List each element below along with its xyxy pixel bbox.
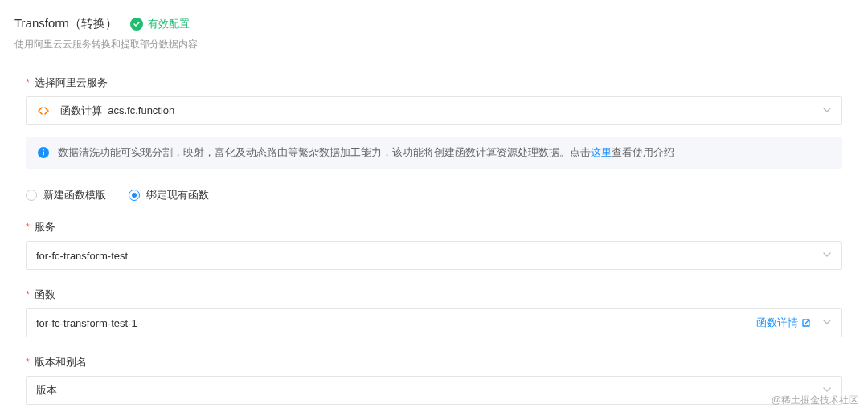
function-label: *函数 [26, 288, 842, 302]
aliyun-service-select[interactable]: 函数计算 acs.fc.function [26, 96, 842, 125]
external-link-icon [801, 318, 811, 328]
radio-new-template[interactable]: 新建函数模版 [26, 188, 106, 202]
radio-icon [26, 190, 37, 201]
check-circle-icon [130, 18, 143, 31]
service-select-label: *选择阿里云服务 [26, 75, 842, 90]
info-link[interactable]: 这里 [591, 147, 612, 158]
service-select-value: 函数计算 acs.fc.function [60, 104, 174, 118]
info-banner: 数据清洗功能可实现分割，映射，富化及动态路由等繁杂数据加工能力，该功能将创建函数… [26, 137, 842, 169]
version-type-select[interactable]: 版本 [26, 376, 842, 405]
radio-icon-selected [129, 190, 140, 201]
page-title: Transform（转换） [14, 16, 117, 31]
page-subtitle: 使用阿里云云服务转换和提取部分数据内容 [14, 38, 854, 51]
function-select[interactable]: for-fc-transform-test-1 函数详情 [26, 308, 842, 337]
function-compute-icon [36, 104, 51, 118]
chevron-down-icon [822, 105, 832, 117]
function-detail-link[interactable]: 函数详情 [756, 316, 811, 330]
chevron-down-icon [822, 317, 832, 329]
chevron-down-icon [822, 250, 832, 262]
info-icon [37, 146, 50, 159]
status-badge: 有效配置 [130, 17, 190, 31]
service-select[interactable]: for-fc-transform-test [26, 241, 842, 270]
watermark: @稀土掘金技术社区 [772, 394, 858, 407]
radio-bind-existing[interactable]: 绑定现有函数 [129, 188, 209, 202]
status-text: 有效配置 [148, 17, 190, 31]
svg-point-2 [43, 149, 44, 151]
svg-rect-1 [43, 152, 44, 156]
service-label: *服务 [26, 220, 842, 235]
version-label: *版本和别名 [26, 355, 842, 369]
